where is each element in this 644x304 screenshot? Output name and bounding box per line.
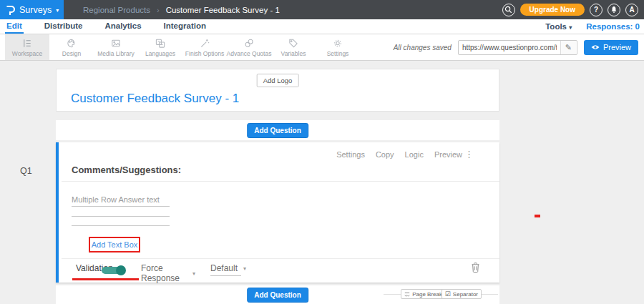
survey-header-card: Add Logo Customer Feedback Survey - 1 [56,69,499,112]
answer-line[interactable] [72,225,170,226]
translate-icon [155,38,166,49]
eye-icon [591,44,600,50]
toolbar-label: Variables [281,50,306,57]
answer-textarea-placeholder[interactable]: Multiple Row Answer text [72,195,160,204]
question-menu: Settings Copy Logic Preview [336,150,462,159]
toolbar-item-media-library[interactable]: Media Library [94,34,138,60]
divider [62,181,499,182]
add-text-box-link[interactable]: Add Text Box [92,240,138,249]
add-question-button-top[interactable]: Add Question [247,123,308,138]
main-nav: Edit Distribute Analytics Integration To… [0,19,644,34]
questionpro-survey-editor: Surveys ▾ Regional Products › Customer F… [0,0,644,304]
tools-menu[interactable]: Tools ▾ [545,22,572,31]
toolbar-item-variables[interactable]: Variables [271,34,316,60]
toolbar-label: Languages [145,50,175,57]
nav-tab-edit[interactable]: Edit [5,19,24,34]
search-icon [504,6,512,14]
product-menu-label: Surveys [19,5,52,15]
tag-icon [288,38,299,49]
upgrade-now-button[interactable]: Upgrade Now [520,4,585,16]
header-actions: Upgrade Now ? A [502,0,638,19]
add-text-box-highlight: Add Text Box [89,237,140,252]
questionpro-logo-icon [6,4,15,16]
breadcrumb-current: Customer Feedback Survey - 1 [166,6,280,14]
nav-tab-analytics[interactable]: Analytics [103,19,142,34]
edit-url-button[interactable]: ✎ [560,41,576,54]
add-logo-button[interactable]: Add Logo [257,74,299,87]
top-header: Surveys ▾ Regional Products › Customer F… [0,0,644,19]
toolbar-item-languages[interactable]: Languages [138,34,182,60]
survey-url-input[interactable] [459,44,560,52]
default-validation-dropdown[interactable]: Default ▾ [210,263,241,276]
toolbar-item-design[interactable]: Design [49,34,94,60]
question-logic-link[interactable]: Logic [405,150,424,159]
help-button[interactable]: ? [590,4,602,16]
bell-icon [610,6,618,14]
toolbar-label: Settings [327,50,349,57]
question-settings-link[interactable]: Settings [336,150,365,159]
save-status-text: All changes saved [394,44,452,52]
nav-tab-integration[interactable]: Integration [162,19,208,34]
toolbar-item-workspace[interactable]: Workspace [5,34,49,60]
preview-label: Preview [603,43,631,52]
product-switcher[interactable]: Surveys ▾ [0,0,64,19]
divider [62,258,499,259]
editor-toolbar: Workspace Design Media Library [0,34,644,61]
gear-icon [332,38,343,49]
magic-wand-icon [199,38,210,49]
toolbar-right: All changes saved ✎ Preview [394,34,638,60]
question-mark-icon: ? [594,6,598,14]
validation-underline-annotation [72,278,139,280]
separator-label: Separator [453,291,478,298]
pencil-icon: ✎ [565,43,572,52]
question-text[interactable]: Comments/Suggestions: [72,165,181,175]
chevron-down-icon: ▾ [56,7,59,14]
chain-links-icon [243,38,255,49]
toolbar-label: Media Library [97,50,135,57]
tools-label: Tools [545,22,567,31]
question-preview-link[interactable]: Preview [434,150,462,159]
palette-icon [66,38,77,49]
trash-icon [471,262,480,273]
force-response-label: Force Response [141,263,187,283]
avatar[interactable]: A [625,4,638,16]
responses-count-link[interactable]: Responses: 0 [586,22,640,31]
page-break-button[interactable]: Page Break [401,289,446,299]
answer-line[interactable] [72,216,170,217]
workspace-icon [21,38,33,49]
add-question-strip-top: Add Question [56,120,499,140]
search-button[interactable] [502,4,515,16]
toolbar-label: Advance Quotas [227,50,272,57]
question-card: Settings Copy Logic Preview ⋮ Comments/S… [56,142,499,283]
question-copy-link[interactable]: Copy [376,150,394,159]
toolbar-item-advance-quotas[interactable]: Advance Quotas [227,34,271,60]
validation-toggle[interactable] [102,267,125,274]
image-icon [110,38,122,49]
preview-button[interactable]: Preview [584,40,638,55]
force-response-dropdown[interactable]: Force Response ▾ [141,263,195,286]
red-dash-annotation [535,215,540,217]
toolbar-label: Workspace [12,50,42,57]
page-break-icon [404,291,410,297]
nav-tab-distribute[interactable]: Distribute [43,19,84,34]
toolbar-item-settings[interactable]: Settings [316,34,360,60]
toolbar-item-finish-options[interactable]: Finish Options [182,34,227,60]
survey-url-field: ✎ [458,40,577,55]
survey-title[interactable]: Customer Feedback Survey - 1 [71,92,239,106]
add-question-strip-bottom: Add Question Page Break ☑ Separator [56,285,499,304]
notifications-button[interactable] [608,4,620,16]
answer-line[interactable] [72,206,170,207]
page-break-label: Page Break [412,291,442,298]
chevron-down-icon: ▾ [192,270,195,277]
separator-button[interactable]: ☑ Separator [441,289,482,299]
delete-question-button[interactable] [471,262,480,273]
default-label: Default [210,263,238,273]
toggle-knob [116,265,126,275]
avatar-initial: A [629,6,634,14]
nav-right: Tools ▾ Responses: 0 [545,19,640,34]
kebab-menu-icon[interactable]: ⋮ [464,149,474,160]
add-question-button-bottom[interactable]: Add Question [247,288,308,303]
breadcrumb-parent[interactable]: Regional Products [83,6,150,14]
breadcrumb-separator: › [157,6,160,14]
chevron-down-icon: ▾ [569,24,572,31]
